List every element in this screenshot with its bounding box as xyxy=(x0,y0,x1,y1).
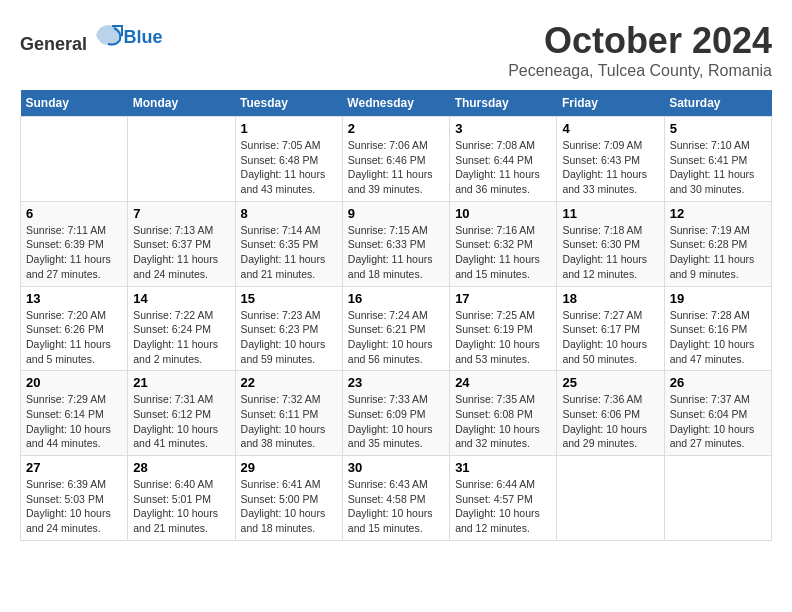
day-number: 25 xyxy=(562,375,658,390)
location-subtitle: Peceneaga, Tulcea County, Romania xyxy=(508,62,772,80)
day-detail: Sunrise: 7:35 AM Sunset: 6:08 PM Dayligh… xyxy=(455,392,551,451)
calendar-cell: 9Sunrise: 7:15 AM Sunset: 6:33 PM Daylig… xyxy=(342,201,449,286)
calendar-cell: 15Sunrise: 7:23 AM Sunset: 6:23 PM Dayli… xyxy=(235,286,342,371)
day-detail: Sunrise: 7:05 AM Sunset: 6:48 PM Dayligh… xyxy=(241,138,337,197)
day-number: 1 xyxy=(241,121,337,136)
day-detail: Sunrise: 7:15 AM Sunset: 6:33 PM Dayligh… xyxy=(348,223,444,282)
day-detail: Sunrise: 7:11 AM Sunset: 6:39 PM Dayligh… xyxy=(26,223,122,282)
calendar-cell: 28Sunrise: 6:40 AM Sunset: 5:01 PM Dayli… xyxy=(128,456,235,541)
calendar-cell xyxy=(664,456,771,541)
calendar-cell: 8Sunrise: 7:14 AM Sunset: 6:35 PM Daylig… xyxy=(235,201,342,286)
weekday-header-monday: Monday xyxy=(128,90,235,117)
day-number: 19 xyxy=(670,291,766,306)
week-row-1: 1Sunrise: 7:05 AM Sunset: 6:48 PM Daylig… xyxy=(21,117,772,202)
day-detail: Sunrise: 7:24 AM Sunset: 6:21 PM Dayligh… xyxy=(348,308,444,367)
calendar-cell: 7Sunrise: 7:13 AM Sunset: 6:37 PM Daylig… xyxy=(128,201,235,286)
day-number: 14 xyxy=(133,291,229,306)
calendar-cell: 3Sunrise: 7:08 AM Sunset: 6:44 PM Daylig… xyxy=(450,117,557,202)
calendar-cell xyxy=(21,117,128,202)
day-number: 24 xyxy=(455,375,551,390)
calendar-cell: 20Sunrise: 7:29 AM Sunset: 6:14 PM Dayli… xyxy=(21,371,128,456)
month-title: October 2024 xyxy=(508,20,772,62)
day-detail: Sunrise: 7:19 AM Sunset: 6:28 PM Dayligh… xyxy=(670,223,766,282)
calendar-cell: 10Sunrise: 7:16 AM Sunset: 6:32 PM Dayli… xyxy=(450,201,557,286)
calendar-cell: 1Sunrise: 7:05 AM Sunset: 6:48 PM Daylig… xyxy=(235,117,342,202)
calendar-cell: 11Sunrise: 7:18 AM Sunset: 6:30 PM Dayli… xyxy=(557,201,664,286)
header: General Blue October 2024 Peceneaga, Tul… xyxy=(20,20,772,80)
day-detail: Sunrise: 7:28 AM Sunset: 6:16 PM Dayligh… xyxy=(670,308,766,367)
day-number: 26 xyxy=(670,375,766,390)
weekday-header-wednesday: Wednesday xyxy=(342,90,449,117)
calendar-cell: 19Sunrise: 7:28 AM Sunset: 6:16 PM Dayli… xyxy=(664,286,771,371)
logo: General Blue xyxy=(20,20,163,55)
day-detail: Sunrise: 7:10 AM Sunset: 6:41 PM Dayligh… xyxy=(670,138,766,197)
calendar-cell: 5Sunrise: 7:10 AM Sunset: 6:41 PM Daylig… xyxy=(664,117,771,202)
calendar-cell: 14Sunrise: 7:22 AM Sunset: 6:24 PM Dayli… xyxy=(128,286,235,371)
day-number: 29 xyxy=(241,460,337,475)
day-detail: Sunrise: 6:44 AM Sunset: 4:57 PM Dayligh… xyxy=(455,477,551,536)
day-detail: Sunrise: 7:16 AM Sunset: 6:32 PM Dayligh… xyxy=(455,223,551,282)
calendar-cell: 29Sunrise: 6:41 AM Sunset: 5:00 PM Dayli… xyxy=(235,456,342,541)
calendar-cell xyxy=(557,456,664,541)
calendar-cell: 16Sunrise: 7:24 AM Sunset: 6:21 PM Dayli… xyxy=(342,286,449,371)
day-number: 16 xyxy=(348,291,444,306)
calendar-cell: 12Sunrise: 7:19 AM Sunset: 6:28 PM Dayli… xyxy=(664,201,771,286)
day-number: 3 xyxy=(455,121,551,136)
day-number: 20 xyxy=(26,375,122,390)
calendar-cell: 4Sunrise: 7:09 AM Sunset: 6:43 PM Daylig… xyxy=(557,117,664,202)
calendar-table: SundayMondayTuesdayWednesdayThursdayFrid… xyxy=(20,90,772,541)
day-detail: Sunrise: 7:14 AM Sunset: 6:35 PM Dayligh… xyxy=(241,223,337,282)
day-number: 11 xyxy=(562,206,658,221)
day-number: 12 xyxy=(670,206,766,221)
day-detail: Sunrise: 7:29 AM Sunset: 6:14 PM Dayligh… xyxy=(26,392,122,451)
day-detail: Sunrise: 7:09 AM Sunset: 6:43 PM Dayligh… xyxy=(562,138,658,197)
calendar-cell xyxy=(128,117,235,202)
weekday-header-thursday: Thursday xyxy=(450,90,557,117)
day-number: 28 xyxy=(133,460,229,475)
day-detail: Sunrise: 7:06 AM Sunset: 6:46 PM Dayligh… xyxy=(348,138,444,197)
day-number: 15 xyxy=(241,291,337,306)
calendar-cell: 27Sunrise: 6:39 AM Sunset: 5:03 PM Dayli… xyxy=(21,456,128,541)
calendar-cell: 6Sunrise: 7:11 AM Sunset: 6:39 PM Daylig… xyxy=(21,201,128,286)
calendar-cell: 23Sunrise: 7:33 AM Sunset: 6:09 PM Dayli… xyxy=(342,371,449,456)
week-row-5: 27Sunrise: 6:39 AM Sunset: 5:03 PM Dayli… xyxy=(21,456,772,541)
day-detail: Sunrise: 7:33 AM Sunset: 6:09 PM Dayligh… xyxy=(348,392,444,451)
day-number: 30 xyxy=(348,460,444,475)
calendar-cell: 2Sunrise: 7:06 AM Sunset: 6:46 PM Daylig… xyxy=(342,117,449,202)
calendar-cell: 17Sunrise: 7:25 AM Sunset: 6:19 PM Dayli… xyxy=(450,286,557,371)
calendar-cell: 22Sunrise: 7:32 AM Sunset: 6:11 PM Dayli… xyxy=(235,371,342,456)
weekday-header-tuesday: Tuesday xyxy=(235,90,342,117)
day-number: 31 xyxy=(455,460,551,475)
week-row-3: 13Sunrise: 7:20 AM Sunset: 6:26 PM Dayli… xyxy=(21,286,772,371)
day-number: 13 xyxy=(26,291,122,306)
day-detail: Sunrise: 6:41 AM Sunset: 5:00 PM Dayligh… xyxy=(241,477,337,536)
day-detail: Sunrise: 6:40 AM Sunset: 5:01 PM Dayligh… xyxy=(133,477,229,536)
day-number: 4 xyxy=(562,121,658,136)
day-detail: Sunrise: 7:27 AM Sunset: 6:17 PM Dayligh… xyxy=(562,308,658,367)
day-detail: Sunrise: 7:32 AM Sunset: 6:11 PM Dayligh… xyxy=(241,392,337,451)
weekday-header-friday: Friday xyxy=(557,90,664,117)
weekday-header-row: SundayMondayTuesdayWednesdayThursdayFrid… xyxy=(21,90,772,117)
day-detail: Sunrise: 7:08 AM Sunset: 6:44 PM Dayligh… xyxy=(455,138,551,197)
day-detail: Sunrise: 7:36 AM Sunset: 6:06 PM Dayligh… xyxy=(562,392,658,451)
day-number: 8 xyxy=(241,206,337,221)
day-number: 18 xyxy=(562,291,658,306)
day-number: 27 xyxy=(26,460,122,475)
weekday-header-sunday: Sunday xyxy=(21,90,128,117)
day-detail: Sunrise: 7:31 AM Sunset: 6:12 PM Dayligh… xyxy=(133,392,229,451)
day-detail: Sunrise: 7:20 AM Sunset: 6:26 PM Dayligh… xyxy=(26,308,122,367)
logo-blue: Blue xyxy=(124,27,163,48)
calendar-cell: 13Sunrise: 7:20 AM Sunset: 6:26 PM Dayli… xyxy=(21,286,128,371)
day-number: 2 xyxy=(348,121,444,136)
calendar-cell: 18Sunrise: 7:27 AM Sunset: 6:17 PM Dayli… xyxy=(557,286,664,371)
day-detail: Sunrise: 7:25 AM Sunset: 6:19 PM Dayligh… xyxy=(455,308,551,367)
day-number: 21 xyxy=(133,375,229,390)
day-detail: Sunrise: 6:43 AM Sunset: 4:58 PM Dayligh… xyxy=(348,477,444,536)
day-detail: Sunrise: 7:37 AM Sunset: 6:04 PM Dayligh… xyxy=(670,392,766,451)
logo-icon xyxy=(94,20,124,50)
day-number: 10 xyxy=(455,206,551,221)
calendar-cell: 31Sunrise: 6:44 AM Sunset: 4:57 PM Dayli… xyxy=(450,456,557,541)
calendar-cell: 30Sunrise: 6:43 AM Sunset: 4:58 PM Dayli… xyxy=(342,456,449,541)
calendar-cell: 21Sunrise: 7:31 AM Sunset: 6:12 PM Dayli… xyxy=(128,371,235,456)
calendar-cell: 24Sunrise: 7:35 AM Sunset: 6:08 PM Dayli… xyxy=(450,371,557,456)
